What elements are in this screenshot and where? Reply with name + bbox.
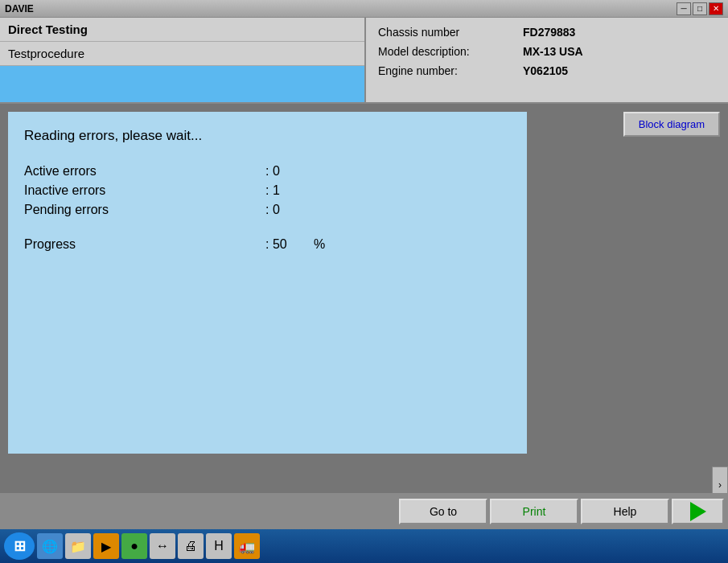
engine-row: Engine number: Y062105 <box>378 64 716 77</box>
goto-button[interactable]: Go to <box>399 499 487 524</box>
progress-unit: % <box>314 237 346 252</box>
reading-panel: Reading errors, please wait... Active er… <box>8 112 527 454</box>
minimize-button[interactable]: ─ <box>677 2 691 15</box>
print-button[interactable]: Print <box>490 499 578 524</box>
right-panel: Block diagram <box>535 112 720 454</box>
taskbar-media-icon[interactable]: ▶ <box>93 533 119 559</box>
scroll-right-icon: › <box>718 479 722 491</box>
model-value: MX-13 USA <box>523 45 583 58</box>
active-errors-value: : 0 <box>265 164 306 179</box>
model-label: Model description: <box>378 45 523 58</box>
taskbar-printer-icon[interactable]: 🖨 <box>178 533 204 559</box>
taskbar: ⊞ 🌐 📁 ▶ ● ↔ 🖨 H 🚛 <box>0 529 728 563</box>
taskbar-app1-icon[interactable]: H <box>206 533 232 559</box>
taskbar-chrome-icon[interactable]: ● <box>121 533 147 559</box>
pending-errors-row: Pending errors : 0 <box>24 203 511 217</box>
taskbar-ie-icon[interactable]: 🌐 <box>37 533 63 559</box>
maximize-button[interactable]: □ <box>693 2 707 15</box>
header-left: Direct Testing Testprocedure <box>0 18 366 102</box>
start-button[interactable]: ⊞ <box>4 532 35 560</box>
active-errors-row: Active errors : 0 <box>24 164 511 179</box>
reading-title: Reading errors, please wait... <box>24 128 511 144</box>
inactive-errors-value: : 1 <box>265 183 306 198</box>
header: Direct Testing Testprocedure Chassis num… <box>0 18 728 104</box>
progress-label: Progress <box>24 237 265 252</box>
chassis-label: Chassis number <box>378 26 523 39</box>
progress-section: Progress : 50 % <box>24 237 511 252</box>
title-bar: DAVIE ─ □ ✕ <box>0 0 728 18</box>
block-diagram-button[interactable]: Block diagram <box>623 112 720 137</box>
help-button[interactable]: Help <box>581 499 669 524</box>
toolbar: Go to Print Help <box>0 493 728 529</box>
engine-value: Y062105 <box>523 64 568 77</box>
direct-testing-label: Direct Testing <box>0 18 364 42</box>
active-errors-label: Active errors <box>24 164 265 179</box>
inactive-errors-label: Inactive errors <box>24 183 265 198</box>
next-button[interactable] <box>672 499 724 524</box>
next-arrow-icon <box>690 502 706 521</box>
engine-label: Engine number: <box>378 64 523 77</box>
inactive-errors-row: Inactive errors : 1 <box>24 183 511 198</box>
pending-errors-value: : 0 <box>265 203 306 217</box>
title-bar-text: DAVIE <box>5 3 34 14</box>
close-button[interactable]: ✕ <box>709 2 723 15</box>
model-row: Model description: MX-13 USA <box>378 45 716 58</box>
header-blue-area <box>0 66 364 102</box>
progress-value: : 50 <box>265 237 314 252</box>
chassis-value: FD279883 <box>523 26 575 39</box>
taskbar-app2-icon[interactable]: 🚛 <box>234 533 260 559</box>
taskbar-folder-icon[interactable]: 📁 <box>65 533 91 559</box>
testprocedure-label: Testprocedure <box>0 42 364 66</box>
progress-row: Progress : 50 % <box>24 237 511 252</box>
title-bar-controls: ─ □ ✕ <box>677 2 723 15</box>
taskbar-network-icon[interactable]: ↔ <box>150 533 175 559</box>
header-right: Chassis number FD279883 Model descriptio… <box>366 18 728 102</box>
main-area: Reading errors, please wait... Active er… <box>0 104 728 462</box>
pending-errors-label: Pending errors <box>24 203 265 217</box>
chassis-row: Chassis number FD279883 <box>378 26 716 39</box>
